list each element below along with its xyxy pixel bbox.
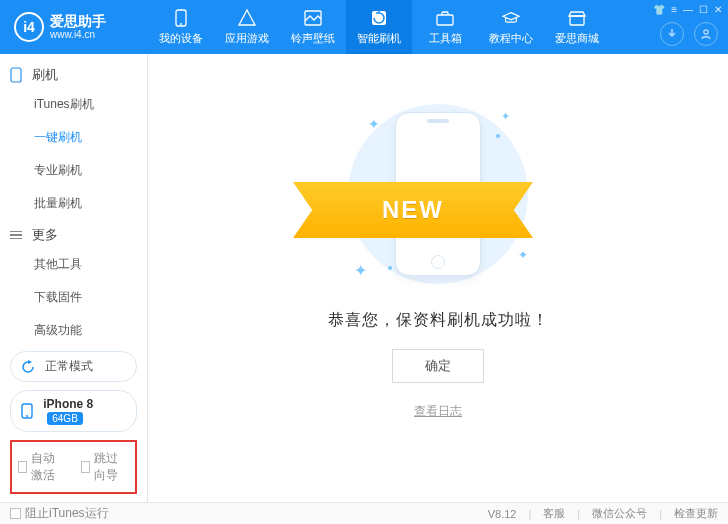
nav-label: 爱思商城 bbox=[555, 31, 599, 46]
new-ribbon: NEW bbox=[293, 182, 533, 238]
wallpaper-icon bbox=[304, 9, 322, 27]
maximize-icon[interactable]: ☐ bbox=[699, 4, 708, 15]
more-icon bbox=[10, 231, 26, 240]
nav-label: 教程中心 bbox=[489, 31, 533, 46]
sparkle-icon: ✦ bbox=[368, 116, 380, 132]
sidebar-item-oneclick-flash[interactable]: 一键刷机 bbox=[0, 121, 147, 154]
tutorial-icon bbox=[502, 9, 520, 27]
svg-point-6 bbox=[704, 30, 708, 34]
close-icon[interactable]: ✕ bbox=[714, 4, 722, 15]
apps-icon bbox=[238, 9, 256, 27]
sidebar-item-other-tools[interactable]: 其他工具 bbox=[0, 248, 147, 281]
checkbox-icon bbox=[18, 461, 27, 473]
shirt-icon[interactable]: 👕 bbox=[653, 4, 665, 15]
sidebar-item-advanced[interactable]: 高级功能 bbox=[0, 314, 147, 343]
account-button[interactable] bbox=[694, 22, 718, 46]
device-icon bbox=[172, 9, 190, 27]
checkbox-icon bbox=[81, 461, 90, 473]
menu-icon[interactable]: ≡ bbox=[671, 4, 677, 15]
flash-icon bbox=[370, 9, 388, 27]
mode-pill[interactable]: 正常模式 bbox=[10, 351, 137, 382]
svg-rect-4 bbox=[437, 15, 453, 25]
footer-link-support[interactable]: 客服 bbox=[543, 506, 565, 521]
success-message: 恭喜您，保资料刷机成功啦！ bbox=[328, 310, 549, 331]
logo-url: www.i4.cn bbox=[50, 30, 106, 40]
sidebar-item-itunes-flash[interactable]: iTunes刷机 bbox=[0, 88, 147, 121]
version-label: V8.12 bbox=[488, 508, 517, 520]
dot-icon bbox=[388, 266, 392, 270]
window-controls: 👕 ≡ — ☐ ✕ bbox=[653, 4, 722, 15]
app-logo: i4 爱思助手 www.i4.cn bbox=[0, 12, 148, 42]
nav-apps[interactable]: 应用游戏 bbox=[214, 0, 280, 54]
nav-my-device[interactable]: 我的设备 bbox=[148, 0, 214, 54]
separator: | bbox=[528, 508, 531, 520]
device-pill[interactable]: iPhone 8 64GB bbox=[10, 390, 137, 432]
phone-icon bbox=[21, 403, 35, 419]
success-illustration: ✦ ✦ ✦ ✦ NEW bbox=[323, 102, 553, 286]
block-itunes-checkbox[interactable]: 阻止iTunes运行 bbox=[10, 505, 109, 522]
checkbox-icon bbox=[10, 508, 21, 519]
logo-badge: i4 bbox=[14, 12, 44, 42]
nav-toolbox[interactable]: 工具箱 bbox=[412, 0, 478, 54]
store-icon bbox=[568, 9, 586, 27]
auto-activate-checkbox[interactable]: 自动激活 bbox=[18, 450, 67, 484]
view-log-link[interactable]: 查看日志 bbox=[414, 403, 462, 420]
toolbox-icon bbox=[436, 9, 454, 27]
ribbon-text: NEW bbox=[382, 196, 444, 224]
nav-label: 我的设备 bbox=[159, 31, 203, 46]
nav-label: 应用游戏 bbox=[225, 31, 269, 46]
minimize-icon[interactable]: — bbox=[683, 4, 693, 15]
sparkle-icon: ✦ bbox=[518, 248, 528, 262]
svg-rect-5 bbox=[570, 16, 584, 25]
highlighted-options: 自动激活 跳过向导 bbox=[10, 440, 137, 494]
separator: | bbox=[577, 508, 580, 520]
sidebar-item-pro-flash[interactable]: 专业刷机 bbox=[0, 154, 147, 187]
checkbox-label: 阻止iTunes运行 bbox=[25, 505, 109, 522]
confirm-button[interactable]: 确定 bbox=[392, 349, 484, 383]
sidebar-item-download-firmware[interactable]: 下载固件 bbox=[0, 281, 147, 314]
sparkle-icon: ✦ bbox=[354, 261, 367, 280]
mode-label: 正常模式 bbox=[45, 358, 93, 375]
nav-label: 智能刷机 bbox=[357, 31, 401, 46]
footer-link-wechat[interactable]: 微信公众号 bbox=[592, 506, 647, 521]
svg-rect-7 bbox=[11, 68, 21, 82]
logo-title: 爱思助手 bbox=[50, 14, 106, 28]
checkbox-label: 跳过向导 bbox=[94, 450, 129, 484]
separator: | bbox=[659, 508, 662, 520]
checkbox-label: 自动激活 bbox=[31, 450, 66, 484]
storage-badge: 64GB bbox=[47, 412, 83, 425]
sidebar-group-more: 更多 bbox=[0, 220, 147, 248]
refresh-icon bbox=[21, 360, 37, 374]
skip-wizard-checkbox[interactable]: 跳过向导 bbox=[81, 450, 130, 484]
nav-tutorials[interactable]: 教程中心 bbox=[478, 0, 544, 54]
sparkle-icon: ✦ bbox=[501, 110, 510, 123]
svg-point-9 bbox=[26, 415, 28, 417]
nav-ringtones[interactable]: 铃声壁纸 bbox=[280, 0, 346, 54]
sidebar-group-flash: 刷机 bbox=[0, 60, 147, 88]
device-name: iPhone 8 bbox=[43, 397, 93, 411]
nav-label: 铃声壁纸 bbox=[291, 31, 335, 46]
nav-store[interactable]: 爱思商城 bbox=[544, 0, 610, 54]
sidebar-group-title: 刷机 bbox=[32, 66, 58, 84]
footer-link-update[interactable]: 检查更新 bbox=[674, 506, 718, 521]
phone-small-icon bbox=[10, 67, 26, 83]
svg-point-1 bbox=[180, 23, 182, 25]
sidebar-item-batch-flash[interactable]: 批量刷机 bbox=[0, 187, 147, 220]
download-button[interactable] bbox=[660, 22, 684, 46]
nav-flash[interactable]: 智能刷机 bbox=[346, 0, 412, 54]
nav-label: 工具箱 bbox=[429, 31, 462, 46]
sidebar-group-title: 更多 bbox=[32, 226, 58, 244]
dot-icon bbox=[496, 134, 500, 138]
